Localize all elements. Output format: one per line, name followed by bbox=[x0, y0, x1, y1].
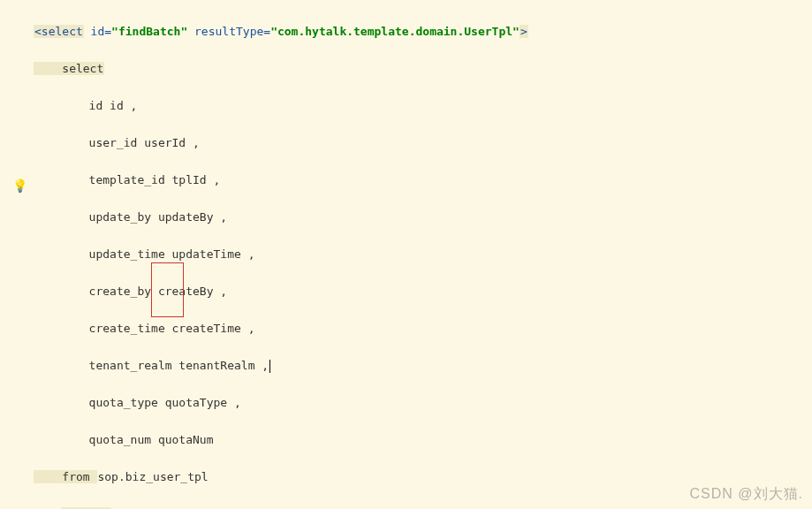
code-area[interactable]: <select id="findBatch" resultType="com.h… bbox=[34, 4, 787, 509]
val-id: "findBatch" bbox=[111, 25, 187, 38]
text-caret bbox=[269, 360, 270, 373]
tag-close: > bbox=[520, 25, 528, 38]
col-quotaType: quota_type quotaType , bbox=[34, 396, 241, 409]
editor-gutter: 💡 bbox=[0, 0, 27, 509]
col-tenantRealm: tenant_realm tenantRealm , bbox=[34, 359, 269, 372]
val-resultType: "com.hytalk.template.domain.UserTpl" bbox=[270, 25, 520, 38]
tag-select-open: <select bbox=[34, 25, 84, 38]
col-quotaNum: quota_num quotaNum bbox=[34, 433, 214, 446]
sql-from: from bbox=[34, 470, 97, 483]
sql-select: select bbox=[34, 62, 104, 75]
col-id: id id , bbox=[34, 99, 137, 112]
watermark: CSDN @刘大猫. bbox=[690, 485, 803, 504]
col-tplId: template_id tplId , bbox=[34, 173, 220, 186]
col-createTime: create_time createTime , bbox=[34, 322, 254, 335]
lightbulb-icon[interactable]: 💡 bbox=[12, 179, 27, 193]
col-updateBy: update_by updateBy , bbox=[34, 210, 227, 224]
col-userId: user_id userId , bbox=[34, 136, 200, 149]
col-updateTime: update_time updateTime , bbox=[34, 247, 254, 261]
attr-resultType: resultType= bbox=[187, 25, 270, 38]
attr-id: id= bbox=[84, 25, 111, 38]
col-createBy: create_by createBy , bbox=[34, 285, 227, 298]
table-name: sop.biz_user_tpl bbox=[97, 470, 208, 483]
